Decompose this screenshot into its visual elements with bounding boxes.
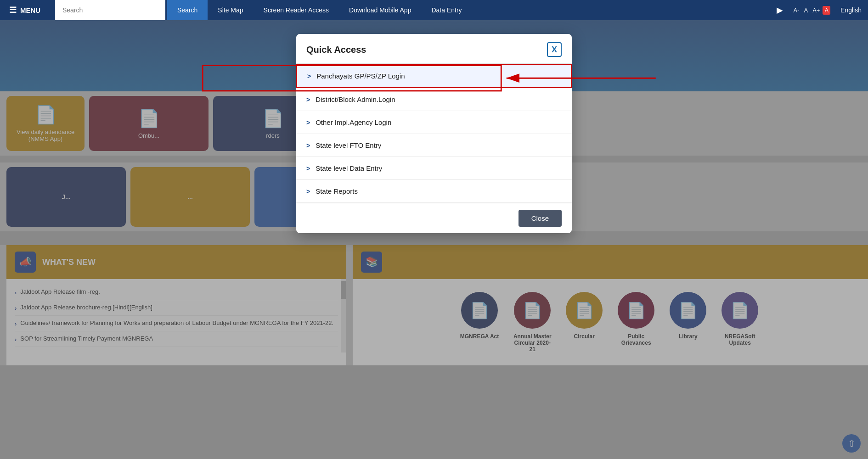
modal-footer: Close	[296, 203, 572, 233]
hamburger-icon: ☰	[9, 5, 17, 15]
nav-tab-screenreader[interactable]: Screen Reader Access	[254, 0, 339, 20]
font-decrease-button[interactable]: A-	[791, 6, 801, 15]
header-right: ▶ A- A A+ A English	[772, 0, 868, 20]
modal-item-3[interactable]: > State level FTO Entry	[296, 134, 572, 157]
modal-overlay: Quick Access X > Panchayats GP/PS/ZP Log…	[0, 20, 868, 459]
modal-body: > Panchayats GP/PS/ZP Login > District/B…	[296, 64, 572, 203]
modal-item-0[interactable]: > Panchayats GP/PS/ZP Login	[296, 64, 572, 88]
social-icon: ▶	[777, 5, 783, 15]
quick-access-modal: Quick Access X > Panchayats GP/PS/ZP Log…	[296, 34, 572, 233]
font-controls: A- A A+ A	[788, 6, 834, 15]
nav-tab-sitemap[interactable]: Site Map	[208, 0, 253, 20]
menu-label: MENU	[20, 6, 40, 14]
font-increase-button[interactable]: A+	[811, 6, 822, 15]
social-icon-button[interactable]: ▶	[772, 0, 788, 20]
font-normal-button[interactable]: A	[802, 6, 810, 15]
search-box-wrapper	[55, 0, 165, 20]
modal-item-text-5: State Reports	[316, 187, 358, 195]
modal-item-chevron-3: >	[306, 142, 310, 149]
modal-item-chevron-0: >	[307, 73, 311, 80]
modal-title: Quick Access	[306, 45, 366, 55]
modal-item-text-4: State level Data Entry	[316, 164, 382, 172]
modal-item-1[interactable]: > District/Block Admin.Login	[296, 88, 572, 111]
nav-tab-download[interactable]: Download Mobile App	[339, 0, 421, 20]
modal-item-chevron-2: >	[306, 119, 310, 126]
page-content: 📄 View daily attendance(NMMS App) 📄 Ombu…	[0, 20, 868, 459]
language-button[interactable]: English	[834, 0, 868, 20]
modal-item-chevron-1: >	[306, 96, 310, 103]
modal-header: Quick Access X	[296, 34, 572, 64]
nav-tabs: Search Site Map Screen Reader Access Dow…	[167, 0, 472, 20]
nav-tab-search[interactable]: Search	[167, 0, 208, 20]
modal-item-4[interactable]: > State level Data Entry	[296, 157, 572, 180]
modal-item-5[interactable]: > State Reports	[296, 180, 572, 203]
modal-item-text-0: Panchayats GP/PS/ZP Login	[316, 72, 405, 80]
font-active-button[interactable]: A	[823, 6, 830, 15]
header: ☰ MENU Search Site Map Screen Reader Acc…	[0, 0, 868, 20]
nav-tab-dataentry[interactable]: Data Entry	[421, 0, 472, 20]
modal-close-x-button[interactable]: X	[547, 42, 562, 57]
modal-item-2[interactable]: > Other Impl.Agency Login	[296, 111, 572, 134]
modal-item-text-1: District/Block Admin.Login	[316, 95, 395, 103]
modal-item-chevron-4: >	[306, 165, 310, 172]
modal-item-text-2: Other Impl.Agency Login	[316, 118, 391, 126]
modal-close-footer-button[interactable]: Close	[519, 210, 562, 227]
modal-item-chevron-5: >	[306, 188, 310, 195]
modal-item-text-3: State level FTO Entry	[316, 141, 381, 149]
search-input[interactable]	[62, 6, 154, 14]
menu-button[interactable]: ☰ MENU	[0, 0, 55, 20]
